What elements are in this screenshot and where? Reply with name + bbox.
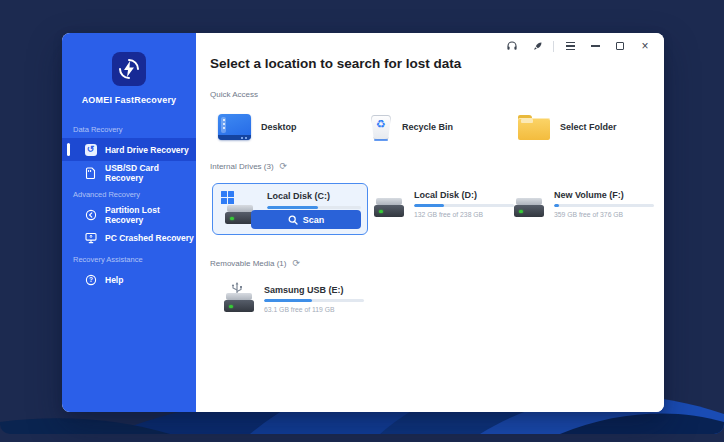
app-branding: AOMEI FastRecovery — [62, 33, 196, 105]
nav-section-advanced-recovery: Advanced Recovery — [62, 184, 196, 203]
svg-text:?: ? — [89, 276, 93, 283]
support-headset-icon[interactable] — [503, 37, 521, 55]
drive-entry-new-volume-f[interactable]: New Volume (F:) 359 GB free of 376 GB — [514, 190, 654, 218]
quick-access-desktop[interactable]: Desktop — [218, 110, 297, 144]
capacity-bar — [554, 204, 654, 207]
close-icon[interactable]: × — [636, 37, 654, 55]
quick-access-item-label: Select Folder — [560, 122, 617, 132]
nav-section-recovery-assistance: Recovery Assistance — [62, 249, 196, 268]
capacity-bar — [267, 206, 361, 209]
app-name: AOMEI FastRecovery — [62, 95, 196, 105]
sd-card-icon — [84, 166, 97, 179]
refresh-icon[interactable]: ⟳ — [292, 259, 300, 268]
drive-name: Local Disk (C:) — [267, 191, 330, 201]
drive-name: New Volume (F:) — [554, 190, 654, 200]
refresh-icon[interactable]: ⟳ — [280, 162, 288, 171]
restore-clock-icon — [84, 208, 97, 221]
removable-media-header: Removable Media (1) ⟳ — [210, 259, 300, 268]
sidebar-item-label: USB/SD Card Recovery — [105, 163, 196, 183]
sidebar-item-hard-drive-recovery[interactable]: ↺ Hard Drive Recovery — [62, 138, 196, 161]
sidebar-item-label: Partition Lost Recovery — [105, 205, 196, 225]
internal-drives-label: Internal Drives (3) — [210, 162, 274, 171]
drive-entry-samsung-usb-e[interactable]: Samsung USB (E:) 63.1 GB free of 119 GB — [224, 285, 364, 313]
sidebar-item-usb-sd-card-recovery[interactable]: USB/SD Card Recovery — [62, 161, 196, 184]
recycle-bin-icon: ♻ — [370, 113, 392, 141]
capacity-bar-fill — [414, 204, 444, 207]
quick-access-select-folder[interactable]: Select Folder — [518, 110, 617, 144]
drive-name: Local Disk (D:) — [414, 190, 514, 200]
titlebar-controls: × — [503, 33, 664, 59]
page-title: Select a location to search for lost dat… — [210, 56, 461, 71]
capacity-bar-fill — [267, 206, 318, 209]
sidebar-item-help[interactable]: ? Help — [62, 268, 196, 291]
drive-name: Samsung USB (E:) — [264, 285, 364, 295]
free-space-text: 132 GB free of 238 GB — [414, 211, 514, 218]
sidebar-nav: Data Recovery ↺ Hard Drive Recovery USB/… — [62, 119, 196, 291]
scan-button[interactable]: Scan — [251, 210, 361, 229]
capacity-bar — [414, 204, 514, 207]
capacity-bar-fill — [264, 299, 312, 302]
capacity-bar-fill — [554, 204, 559, 207]
drive-f-icon — [514, 198, 544, 217]
folder-icon — [518, 115, 550, 140]
rocket-upgrade-icon[interactable] — [528, 37, 546, 55]
desktop-icon — [218, 114, 251, 140]
main-panel: × Select a location to search for lost d… — [196, 33, 664, 412]
help-icon: ? — [84, 273, 97, 286]
drive-entry-local-disk-d[interactable]: Local Disk (D:) 132 GB free of 238 GB — [374, 190, 514, 218]
sidebar-item-partition-lost-recovery[interactable]: Partition Lost Recovery — [62, 203, 196, 226]
search-icon — [288, 215, 298, 225]
monitor-icon — [84, 231, 97, 244]
scan-button-label: Scan — [303, 215, 325, 225]
free-space-text: 359 GB free of 376 GB — [554, 211, 654, 218]
drive-d-icon — [374, 198, 404, 217]
removable-media-label: Removable Media (1) — [210, 259, 286, 268]
quick-access-item-label: Desktop — [261, 122, 297, 132]
sidebar-item-pc-crashed-recovery[interactable]: PC Crashed Recovery — [62, 226, 196, 249]
menu-icon[interactable] — [561, 37, 579, 55]
app-logo-icon — [112, 52, 146, 86]
quick-access-label: Quick Access — [210, 90, 258, 99]
capacity-bar — [264, 299, 364, 302]
app-window: AOMEI FastRecovery Data Recovery ↺ Hard … — [62, 33, 664, 412]
windows-logo-icon — [221, 191, 234, 204]
sidebar: AOMEI FastRecovery Data Recovery ↺ Hard … — [62, 33, 196, 412]
sidebar-item-label: Hard Drive Recovery — [105, 145, 189, 155]
drive-card-local-disk-c[interactable]: Local Disk (C:) Scan — [212, 183, 368, 235]
quick-access-header: Quick Access — [210, 90, 258, 99]
free-space-text: 63.1 GB free of 119 GB — [264, 306, 364, 313]
quick-access-recycle-bin[interactable]: ♻ Recycle Bin — [370, 110, 453, 144]
sidebar-item-label: Help — [105, 275, 123, 285]
usb-drive-icon — [224, 293, 254, 312]
titlebar-separator — [553, 41, 554, 52]
quick-access-item-label: Recycle Bin — [402, 122, 453, 132]
nav-section-data-recovery: Data Recovery — [62, 119, 196, 138]
maximize-icon[interactable] — [611, 37, 629, 55]
sidebar-item-label: PC Crashed Recovery — [105, 233, 194, 243]
hard-drive-icon: ↺ — [84, 143, 97, 156]
internal-drives-header: Internal Drives (3) ⟳ — [210, 162, 287, 171]
minimize-icon[interactable] — [586, 37, 604, 55]
